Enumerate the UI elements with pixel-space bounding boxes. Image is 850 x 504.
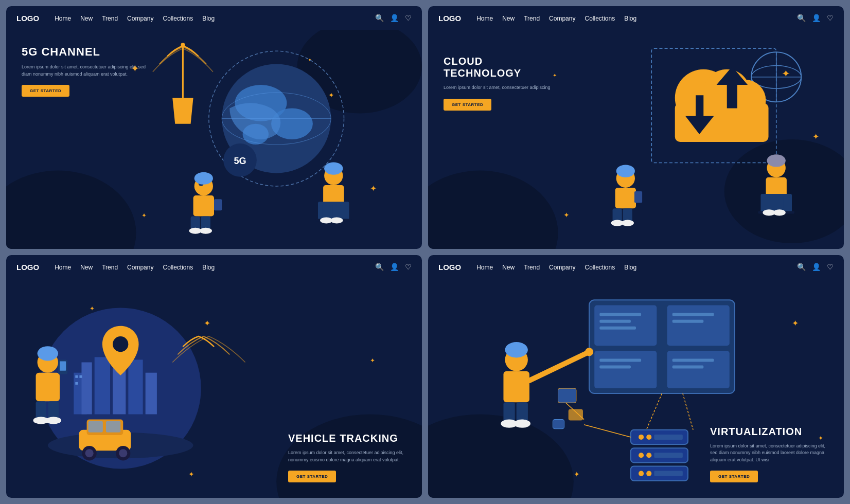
nav-company-5g[interactable]: Company [127, 15, 153, 22]
svg-text:✦: ✦ [563, 211, 570, 219]
svg-rect-86 [75, 382, 78, 385]
svg-rect-57 [615, 188, 636, 208]
nav-icons-vehicle: 🔍 👤 ♡ [375, 263, 412, 271]
logo-cloud: LOGO [438, 14, 461, 23]
svg-rect-69 [775, 197, 784, 211]
svg-text:✦: ✦ [308, 57, 312, 63]
svg-rect-25 [201, 216, 210, 229]
svg-rect-35 [332, 205, 341, 219]
svg-rect-119 [672, 313, 714, 316]
svg-line-147 [529, 352, 589, 381]
svg-point-61 [622, 220, 634, 226]
card-desc-cloud: Lorem ipsum dolor sit amet, consectetuer… [444, 84, 557, 92]
svg-point-148 [585, 348, 593, 356]
svg-point-139 [639, 471, 644, 476]
search-icon-virt[interactable]: 🔍 [797, 263, 806, 271]
search-icon-vehicle[interactable]: 🔍 [375, 263, 384, 271]
svg-rect-102 [36, 401, 46, 419]
get-started-btn-virt[interactable]: GET STARTED [710, 471, 758, 482]
logo-5g: LOGO [16, 14, 39, 23]
nav-collections-virt[interactable]: Collections [585, 264, 615, 271]
nav-blog-5g[interactable]: Blog [202, 15, 215, 22]
svg-rect-59 [623, 208, 632, 221]
svg-point-64 [767, 154, 786, 167]
nav-collections-vehicle[interactable]: Collections [163, 264, 193, 271]
nav-collections-5g[interactable]: Collections [163, 15, 193, 22]
svg-point-30 [324, 162, 343, 174]
svg-rect-68 [765, 197, 773, 211]
heart-icon-cloud[interactable]: ♡ [827, 14, 834, 22]
svg-rect-122 [599, 366, 631, 369]
nav-collections-cloud[interactable]: Collections [585, 15, 615, 22]
search-icon[interactable]: 🔍 [375, 14, 384, 22]
logo-virt: LOGO [438, 263, 461, 272]
svg-point-133 [639, 435, 644, 440]
svg-rect-95 [106, 421, 120, 433]
svg-rect-94 [88, 421, 103, 433]
svg-rect-123 [672, 358, 714, 362]
svg-rect-28 [214, 199, 222, 210]
svg-point-0 [6, 171, 136, 249]
nav-links-cloud: Home New Trend Company Collections Blog [476, 13, 797, 23]
svg-rect-121 [599, 358, 641, 362]
nav-trend-cloud[interactable]: Trend [524, 15, 540, 22]
search-icon-cloud[interactable]: 🔍 [797, 14, 806, 22]
nav-home-cloud[interactable]: Home [476, 15, 493, 22]
svg-rect-82 [128, 359, 143, 414]
svg-text:✦: ✦ [90, 305, 95, 312]
card-content-cloud: ✦ ✦ ✦ ✦ [428, 30, 844, 249]
nav-trend-virt[interactable]: Trend [524, 264, 540, 271]
svg-point-56 [616, 165, 635, 177]
svg-point-91 [85, 449, 94, 457]
svg-rect-114 [594, 351, 657, 388]
user-icon-virt[interactable]: 👤 [812, 263, 821, 271]
svg-point-106 [428, 415, 574, 498]
svg-point-71 [773, 209, 786, 215]
nav-blog-cloud[interactable]: Blog [624, 15, 636, 22]
svg-text:✦: ✦ [188, 470, 194, 478]
nav-company-virt[interactable]: Company [549, 264, 575, 271]
navbar-virt: LOGO Home New Trend Company Collections … [428, 255, 844, 279]
svg-text:✦: ✦ [812, 132, 819, 141]
nav-company-cloud[interactable]: Company [549, 15, 575, 22]
nav-icons-cloud: 🔍 👤 ♡ [797, 14, 834, 22]
svg-rect-112 [594, 305, 657, 346]
nav-trend-vehicle[interactable]: Trend [102, 264, 118, 271]
card-content-virt: ✦ ✦ ✦ ✦ [428, 279, 844, 498]
svg-text:✦: ✦ [792, 318, 799, 328]
heart-icon-virt[interactable]: ♡ [827, 263, 834, 271]
get-started-btn-5g[interactable]: GET STARTED [22, 85, 69, 97]
nav-links-vehicle: Home New Trend Company Collections Blog [55, 262, 375, 272]
heart-icon[interactable]: ♡ [405, 14, 412, 22]
heart-icon-vehicle[interactable]: ♡ [405, 263, 412, 271]
svg-rect-150 [517, 402, 528, 422]
card-5g: LOGO Home New Trend Company Collections … [6, 6, 422, 249]
user-icon-vehicle[interactable]: 👤 [390, 263, 399, 271]
svg-text:✦: ✦ [141, 212, 147, 219]
get-started-btn-cloud[interactable]: GET STARTED [444, 99, 491, 111]
nav-blog-virt[interactable]: Blog [624, 264, 636, 271]
nav-new-virt[interactable]: New [502, 264, 515, 271]
nav-home-virt[interactable]: Home [476, 264, 493, 271]
nav-new-cloud[interactable]: New [502, 15, 515, 22]
nav-new-vehicle[interactable]: New [80, 264, 93, 271]
card-cloud: LOGO Home New Trend Company Collections … [428, 6, 844, 249]
card-desc-5g: Lorem ipsum dolor sit amet, consectetuer… [22, 64, 155, 78]
nav-trend-5g[interactable]: Trend [102, 15, 118, 22]
get-started-btn-vehicle[interactable]: GET STARTED [288, 471, 336, 482]
nav-home-5g[interactable]: Home [55, 15, 71, 22]
user-icon[interactable]: 👤 [390, 14, 399, 22]
svg-rect-135 [654, 435, 683, 440]
svg-point-93 [119, 449, 127, 457]
card-virtualization: LOGO Home New Trend Company Collections … [428, 255, 844, 498]
svg-point-152 [514, 420, 530, 428]
svg-point-98 [38, 346, 58, 361]
nav-company-vehicle[interactable]: Company [127, 264, 153, 271]
user-icon-cloud[interactable]: 👤 [812, 14, 821, 22]
nav-blog-vehicle[interactable]: Blog [202, 264, 215, 271]
nav-home-vehicle[interactable]: Home [55, 264, 71, 271]
svg-rect-62 [634, 191, 642, 203]
svg-line-125 [646, 393, 662, 430]
svg-text:✦: ✦ [328, 91, 334, 99]
nav-new-5g[interactable]: New [80, 15, 93, 22]
